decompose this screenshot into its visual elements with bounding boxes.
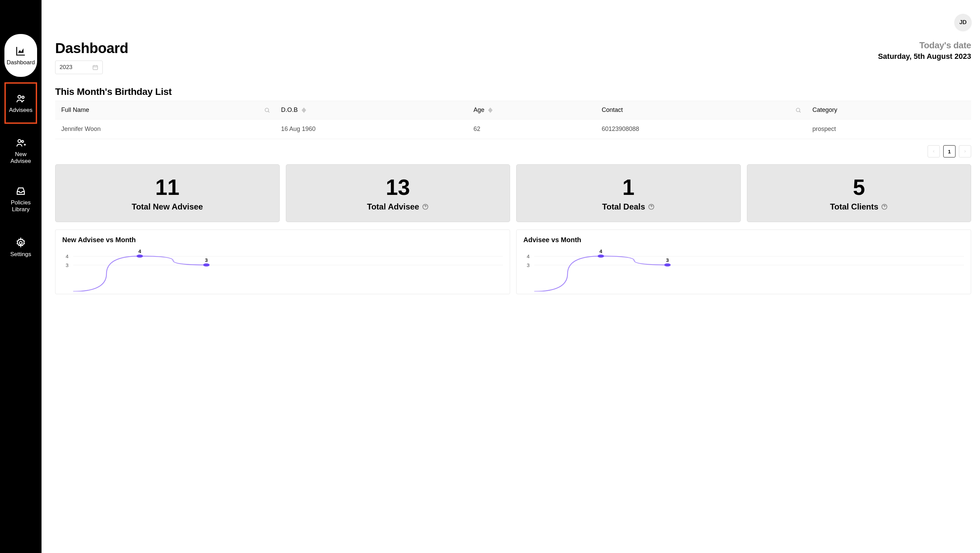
calendar-icon <box>92 64 98 70</box>
chart-body: 4343 <box>62 247 503 291</box>
page-title: Dashboard <box>55 40 128 56</box>
stat-value: 11 <box>155 175 179 200</box>
birthday-section-title: This Month's Birthday List <box>55 86 971 97</box>
avatar-initials: JD <box>959 19 967 26</box>
svg-point-1 <box>22 96 24 98</box>
chart-ytick: 3 <box>66 262 68 268</box>
stat-cards: 11 Total New Advisee 13 Total Advisee 1 … <box>55 164 971 222</box>
gear-icon <box>14 237 27 249</box>
info-icon[interactable] <box>648 203 655 210</box>
svg-point-3 <box>21 140 24 143</box>
cell-dob: 16 Aug 1960 <box>275 119 467 139</box>
pagination: 1 <box>55 145 971 157</box>
stat-value: 13 <box>386 175 410 200</box>
svg-point-13 <box>598 255 604 258</box>
svg-point-7 <box>796 108 800 112</box>
page-prev-button[interactable] <box>928 145 940 157</box>
chart-ytick: 3 <box>527 262 530 268</box>
chart-advisee-vs-month: Advisee vs Month 4343 <box>516 230 971 294</box>
chart-data-label: 3 <box>205 257 208 263</box>
sidebar-item-label: Settings <box>10 251 31 258</box>
svg-point-14 <box>664 264 671 267</box>
info-icon[interactable] <box>881 203 888 210</box>
stat-card-total-deals: 1 Total Deals <box>516 164 741 222</box>
svg-point-4 <box>19 242 22 244</box>
stat-card-total-clients: 5 Total Clients <box>747 164 972 222</box>
header-row: Dashboard 2023 Today's date Saturday, 5t… <box>55 40 971 74</box>
cell-contact: 60123908088 <box>595 119 806 139</box>
sidebar-item-dashboard[interactable]: Dashboard <box>5 34 37 77</box>
cell-full-name: Jennifer Woon <box>55 119 275 139</box>
sort-icon[interactable] <box>301 108 306 113</box>
svg-point-12 <box>203 264 210 267</box>
sidebar-item-label: Policies Library <box>5 199 37 213</box>
stat-label: Total New Advisee <box>132 202 203 211</box>
chart-ytick: 4 <box>527 253 530 259</box>
year-picker[interactable]: 2023 <box>55 60 103 74</box>
cell-category: prospect <box>806 119 971 139</box>
th-full-name[interactable]: Full Name <box>55 101 275 119</box>
chart-new-advisee-vs-month: New Advisee vs Month 4343 <box>55 230 510 294</box>
stat-value: 5 <box>853 175 865 200</box>
th-dob[interactable]: D.O.B <box>275 101 467 119</box>
sidebar: Dashboard Advisees New Advisee Policies … <box>0 0 41 553</box>
date-value: Saturday, 5th August 2023 <box>878 52 971 61</box>
sidebar-item-label: Dashboard <box>6 59 35 66</box>
svg-rect-5 <box>93 66 98 70</box>
search-icon[interactable] <box>264 107 270 113</box>
avatar[interactable]: JD <box>955 14 971 30</box>
search-icon[interactable] <box>795 107 801 113</box>
th-category[interactable]: Category <box>806 101 971 119</box>
page-number-button[interactable]: 1 <box>943 145 956 157</box>
sidebar-item-advisees[interactable]: Advisees <box>5 82 37 124</box>
chart-title: New Advisee vs Month <box>62 236 503 244</box>
svg-point-11 <box>137 255 143 258</box>
people-plus-icon <box>14 137 27 149</box>
chart-data-label: 4 <box>600 248 602 254</box>
info-icon[interactable] <box>422 203 429 210</box>
sidebar-item-label: New Advisee <box>5 151 37 165</box>
chevron-right-icon <box>963 149 967 153</box>
th-contact[interactable]: Contact <box>595 101 806 119</box>
date-block: Today's date Saturday, 5th August 2023 <box>878 40 971 61</box>
year-picker-value: 2023 <box>60 64 73 71</box>
stat-label: Total Advisee <box>367 202 429 211</box>
chart-data-label: 4 <box>138 248 141 254</box>
sidebar-item-policies-library[interactable]: Policies Library <box>5 178 37 220</box>
th-age[interactable]: Age <box>467 101 595 119</box>
charts-row: New Advisee vs Month 4343 Advisee vs Mon… <box>55 230 971 294</box>
svg-point-0 <box>18 95 21 98</box>
chart-title: Advisee vs Month <box>523 236 964 244</box>
chart-body: 4343 <box>523 247 964 291</box>
sidebar-item-settings[interactable]: Settings <box>5 226 37 269</box>
chevron-left-icon <box>932 149 936 153</box>
chart-area-icon <box>14 45 27 57</box>
stat-card-total-advisee: 13 Total Advisee <box>286 164 511 222</box>
inbox-icon <box>14 185 27 197</box>
date-label: Today's date <box>878 40 971 51</box>
stat-label: Total Deals <box>602 202 655 211</box>
stat-card-new-advisee: 11 Total New Advisee <box>55 164 280 222</box>
topbar: JD <box>55 14 971 30</box>
stat-label: Total Clients <box>830 202 888 211</box>
chart-data-label: 3 <box>666 257 669 263</box>
sidebar-item-label: Advisees <box>9 107 33 114</box>
sidebar-item-new-advisee[interactable]: New Advisee <box>5 129 37 172</box>
stat-value: 1 <box>622 175 635 200</box>
svg-point-2 <box>18 140 21 143</box>
chart-ytick: 4 <box>66 253 68 259</box>
page-next-button[interactable] <box>959 145 971 157</box>
sort-icon[interactable] <box>488 108 493 113</box>
main-content: JD Dashboard 2023 Today's date Saturday,… <box>41 0 980 553</box>
svg-point-6 <box>265 108 269 112</box>
table-row[interactable]: Jennifer Woon 16 Aug 1960 62 60123908088… <box>55 119 971 139</box>
people-icon <box>14 92 27 105</box>
birthday-table: Full Name D.O.B Age <box>55 101 971 139</box>
cell-age: 62 <box>467 119 595 139</box>
